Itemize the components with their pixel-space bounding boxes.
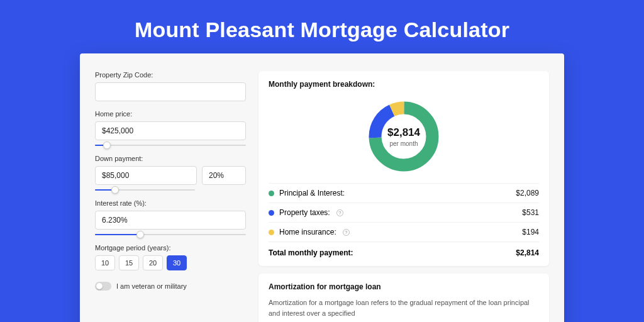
down-payment-label: Down payment: [95, 155, 246, 162]
donut-center-amount: $2,814 [387, 126, 420, 139]
down-payment-field: Down payment: [95, 155, 246, 191]
info-icon[interactable]: ? [343, 229, 350, 236]
donut-center: $2,814 per month [366, 99, 441, 174]
legend-value: $194 [522, 228, 539, 236]
mortgage-period-field: Mortgage period (years): 10 15 20 30 [95, 244, 246, 270]
period-option-30[interactable]: 30 [167, 255, 187, 270]
breakdown-card: Monthly payment breakdown: $2,814 per mo… [258, 71, 549, 266]
legend-row-insurance: Home insurance: ? $194 [269, 222, 539, 242]
legend-label: Home insurance: [279, 228, 336, 236]
period-option-15[interactable]: 15 [119, 255, 139, 270]
legend-label: Principal & Interest: [279, 189, 345, 197]
total-value: $2,814 [516, 248, 539, 257]
dot-icon [269, 191, 274, 196]
amortization-card: Amortization for mortgage loan Amortizat… [258, 274, 549, 322]
veteran-toggle-row: I am veteran or military [95, 282, 246, 291]
amortization-title: Amortization for mortgage loan [269, 282, 539, 291]
down-payment-amount-input[interactable] [95, 166, 197, 185]
breakdown-title: Monthly payment breakdown: [269, 80, 539, 89]
veteran-toggle[interactable] [95, 282, 111, 291]
zip-field: Property Zip Code: [95, 71, 246, 101]
dot-icon [269, 230, 274, 235]
interest-rate-field: Interest rate (%): [95, 199, 246, 235]
interest-rate-slider[interactable] [95, 234, 246, 235]
home-price-field: Home price: [95, 110, 246, 146]
zip-input[interactable] [95, 82, 246, 101]
period-option-20[interactable]: 20 [143, 255, 163, 270]
total-label: Total monthly payment: [269, 248, 353, 257]
slider-thumb[interactable] [111, 186, 119, 194]
legend-value: $2,089 [516, 189, 539, 197]
period-option-10[interactable]: 10 [95, 255, 115, 270]
home-price-input[interactable] [95, 121, 246, 140]
interest-rate-input[interactable] [95, 211, 246, 230]
amortization-text: Amortization for a mortgage loan refers … [269, 297, 539, 318]
dot-icon [269, 210, 274, 216]
down-payment-slider[interactable] [95, 189, 195, 191]
donut-center-sub: per month [389, 140, 418, 147]
mortgage-period-label: Mortgage period (years): [95, 244, 246, 252]
legend-row-principal: Principal & Interest: $2,089 [269, 183, 539, 203]
home-price-label: Home price: [95, 110, 246, 118]
slider-thumb[interactable] [136, 231, 144, 238]
slider-thumb[interactable] [103, 142, 111, 149]
zip-label: Property Zip Code: [95, 71, 246, 79]
calculator-panel: Property Zip Code: Home price: Down paym… [80, 53, 564, 322]
donut-chart-wrap: $2,814 per month [269, 95, 539, 183]
veteran-toggle-label: I am veteran or military [116, 282, 187, 290]
donut-chart: $2,814 per month [366, 99, 441, 174]
inputs-column: Property Zip Code: Home price: Down paym… [95, 71, 246, 322]
interest-rate-label: Interest rate (%): [95, 199, 246, 207]
mortgage-period-options: 10 15 20 30 [95, 255, 246, 270]
home-price-slider[interactable] [95, 145, 246, 146]
legend-value: $531 [522, 208, 539, 217]
page-title: Mount Pleasant Mortgage Calculator [0, 0, 644, 53]
legend-label: Property taxes: [279, 208, 330, 217]
results-column: Monthly payment breakdown: $2,814 per mo… [258, 71, 549, 322]
legend-row-total: Total monthly payment: $2,814 [269, 242, 539, 258]
legend-row-taxes: Property taxes: ? $531 [269, 203, 539, 222]
down-payment-pct-input[interactable] [202, 166, 246, 185]
info-icon[interactable]: ? [336, 209, 343, 216]
